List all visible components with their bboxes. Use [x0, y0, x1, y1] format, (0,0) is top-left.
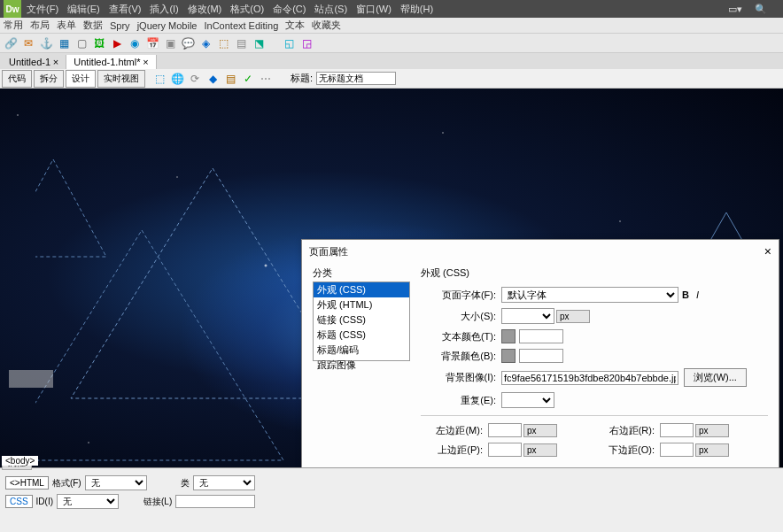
bg-image-input[interactable] [501, 371, 678, 385]
menu-bar: Dw 文件(F) 编辑(E) 查看(V) 插入(I) 修改(M) 格式(O) 命… [0, 0, 783, 18]
class-select[interactable]: 无 [193, 475, 255, 490]
text-color-swatch[interactable] [501, 329, 516, 343]
class-label: 类 [181, 477, 190, 490]
left-margin-input[interactable] [488, 423, 522, 437]
right-margin-label: 右边距(R): [593, 424, 655, 437]
font-select[interactable]: 默认字体 [501, 287, 678, 303]
cat-tracing-image[interactable]: 跟踪图像 [314, 358, 409, 373]
top-margin-unit[interactable]: px [523, 443, 557, 457]
tab-doc-2[interactable]: Untitled-1.html* × [66, 55, 156, 69]
browse-button[interactable]: 浏览(W)... [684, 368, 747, 387]
cat-title-encoding[interactable]: 标题/编码 [314, 343, 409, 358]
section-title: 外观 (CSS) [421, 266, 768, 280]
head-icon[interactable]: ◈ [198, 36, 213, 50]
cat-appearance-css[interactable]: 外观 (CSS) [314, 282, 409, 297]
tab-data[interactable]: 数据 [83, 19, 103, 32]
tab-form[interactable]: 表单 [57, 19, 76, 32]
menu-file[interactable]: 文件(F) [27, 3, 58, 16]
id-label: ID(I) [36, 497, 53, 506]
view-code-button[interactable]: 代码 [2, 70, 32, 88]
view-design-button[interactable]: 设计 [66, 70, 96, 88]
menu-modify[interactable]: 修改(M) [188, 3, 222, 16]
link-icon[interactable]: 🔗 [4, 36, 18, 50]
app-logo: Dw [4, 0, 21, 18]
tab-doc-1[interactable]: Untitled-1 × [2, 55, 66, 69]
category-list[interactable]: 外观 (CSS) 外观 (HTML) 链接 (CSS) 标题 (CSS) 标题/… [313, 281, 410, 361]
menu-insert[interactable]: 插入(I) [150, 3, 178, 16]
cat-links-css[interactable]: 链接 (CSS) [314, 312, 409, 328]
view-split-button[interactable]: 拆分 [34, 70, 64, 88]
table-icon[interactable]: ▦ [57, 36, 71, 50]
extra2-icon[interactable]: ◲ [299, 36, 314, 50]
mail-icon[interactable]: ✉ [21, 36, 35, 50]
tab-layout[interactable]: 布局 [30, 19, 50, 32]
text-color-input[interactable] [519, 329, 563, 343]
right-margin-input[interactable] [660, 423, 694, 437]
id-select[interactable]: 无 [57, 494, 119, 509]
document-tabs: Untitled-1 × Untitled-1.html* × [0, 53, 783, 69]
menu-edit[interactable]: 编辑(E) [67, 3, 100, 16]
italic-button[interactable]: I [696, 289, 699, 300]
globe-icon[interactable]: 🌐 [170, 72, 184, 86]
divider [421, 415, 768, 416]
bottom-margin-unit[interactable]: px [695, 443, 729, 457]
cat-headings-css[interactable]: 标题 (CSS) [314, 328, 409, 343]
extra1-icon[interactable]: ◱ [282, 36, 296, 50]
media-icon[interactable]: ▶ [110, 36, 124, 50]
close-icon[interactable]: × [764, 244, 771, 258]
bg-color-input[interactable] [519, 349, 563, 363]
props-css-tab[interactable]: CSS [5, 495, 33, 508]
menu-site[interactable]: 站点(S) [314, 3, 347, 16]
bold-button[interactable]: B [682, 289, 689, 300]
bg-image-label: 背景图像(I): [421, 371, 496, 384]
template-icon[interactable]: ▤ [234, 36, 248, 50]
menu-command[interactable]: 命令(C) [273, 3, 306, 16]
inspect-icon[interactable]: ⬚ [152, 72, 167, 86]
menu-view[interactable]: 查看(V) [109, 3, 142, 16]
tab-spry[interactable]: Spry [110, 20, 130, 31]
right-margin-unit[interactable]: px [695, 424, 729, 437]
format-select[interactable]: 无 [85, 475, 147, 490]
close-icon[interactable]: × [53, 57, 58, 67]
image-icon[interactable]: 🖼 [92, 36, 106, 50]
tab-text[interactable]: 文本 [285, 19, 305, 32]
bg-color-swatch[interactable] [501, 349, 516, 363]
widget-icon[interactable]: ◉ [128, 36, 142, 50]
menu-window[interactable]: 窗口(W) [356, 3, 392, 16]
layout-icon[interactable]: ▭▾ [728, 4, 740, 15]
title-input[interactable] [316, 72, 396, 85]
tag-selector[interactable]: <body> [2, 456, 38, 466]
menu-help[interactable]: 帮助(H) [400, 3, 433, 16]
size-unit[interactable]: px [556, 310, 590, 323]
check-icon[interactable]: ✓ [241, 72, 255, 86]
props-html-tab[interactable]: <>HTML [5, 476, 49, 490]
div-icon[interactable]: ▢ [74, 36, 89, 50]
top-margin-input[interactable] [488, 443, 522, 457]
font-label: 页面字体(F): [421, 289, 496, 302]
more-icon[interactable]: ⋯ [259, 72, 273, 86]
tag-icon[interactable]: ⬔ [252, 36, 266, 50]
repeat-select[interactable] [501, 392, 554, 408]
refresh-icon[interactable]: ⟳ [188, 72, 202, 86]
menu-format[interactable]: 格式(O) [230, 3, 264, 16]
tab-jquery[interactable]: jQuery Mobile [137, 20, 198, 31]
script-icon[interactable]: ⬚ [216, 36, 230, 50]
bottom-margin-input[interactable] [660, 443, 694, 457]
tab-fav[interactable]: 收藏夹 [312, 19, 341, 32]
close-icon[interactable]: × [143, 57, 148, 67]
link-input[interactable] [175, 495, 255, 508]
nav-icon[interactable]: ◆ [205, 72, 220, 86]
tab-incontext[interactable]: InContext Editing [204, 20, 278, 31]
search-icon[interactable]: 🔍 [755, 4, 767, 15]
view-live-button[interactable]: 实时视图 [97, 70, 145, 88]
comment-icon[interactable]: 💬 [181, 36, 195, 50]
tab-common[interactable]: 常用 [4, 19, 23, 32]
left-margin-unit[interactable]: px [523, 424, 557, 437]
date-icon[interactable]: 📅 [145, 36, 159, 50]
server-icon[interactable]: ▣ [163, 36, 177, 50]
icon-toolbar: 🔗 ✉ ⚓ ▦ ▢ 🖼 ▶ ◉ 📅 ▣ 💬 ◈ ⬚ ▤ ⬔ ◱ ◲ [0, 34, 783, 53]
opts-icon[interactable]: ▤ [223, 72, 237, 86]
size-select[interactable] [501, 308, 554, 324]
anchor-icon[interactable]: ⚓ [39, 36, 53, 50]
cat-appearance-html[interactable]: 外观 (HTML) [314, 297, 409, 312]
